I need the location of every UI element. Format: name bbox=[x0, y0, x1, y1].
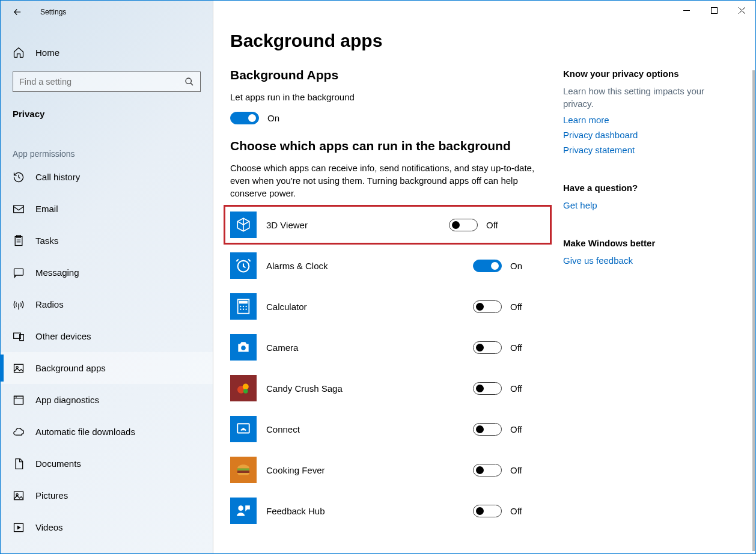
svg-rect-13 bbox=[14, 396, 23, 404]
home-nav[interactable]: Home bbox=[1, 40, 213, 64]
document-icon bbox=[13, 458, 25, 470]
link-get-help[interactable]: Get help bbox=[563, 199, 731, 212]
app-name-label: Cooking Fever bbox=[266, 465, 463, 475]
burger-icon bbox=[230, 457, 257, 483]
app-toggle[interactable] bbox=[473, 382, 502, 395]
back-button[interactable] bbox=[7, 1, 28, 23]
app-name-label: Connect bbox=[266, 424, 463, 434]
app-toggle-label: Off bbox=[510, 424, 522, 434]
app-row-feedback-hub: Feedback Hub Off bbox=[230, 498, 545, 524]
app-toggle-label: Off bbox=[510, 506, 522, 516]
app-toggle-label: On bbox=[510, 261, 522, 271]
master-toggle-label: On bbox=[267, 113, 279, 123]
svg-point-26 bbox=[241, 345, 246, 350]
sidebar-item-documents[interactable]: Documents bbox=[1, 448, 213, 479]
svg-point-20 bbox=[240, 306, 241, 307]
sidebar-item-messaging[interactable]: Messaging bbox=[1, 257, 213, 288]
sidebar-item-email[interactable]: Email bbox=[1, 193, 213, 225]
alarm-icon bbox=[230, 252, 257, 279]
app-toggle[interactable] bbox=[473, 423, 502, 436]
mail-icon bbox=[13, 203, 25, 215]
app-toggle[interactable] bbox=[449, 219, 478, 231]
sidebar-item-label: Automatic file downloads bbox=[35, 427, 135, 437]
app-name-label: Candy Crush Saga bbox=[266, 383, 463, 394]
section-heading-choose-apps: Choose which apps can run in the backgro… bbox=[230, 139, 545, 153]
section-label: App permissions bbox=[1, 125, 213, 161]
link-give-feedback[interactable]: Give us feedback bbox=[563, 254, 731, 267]
sidebar-item-videos[interactable]: Videos bbox=[1, 511, 213, 543]
cube-icon bbox=[230, 212, 257, 238]
sidebar-item-radios[interactable]: Radios bbox=[1, 288, 213, 320]
app-toggle-label: Off bbox=[510, 383, 522, 394]
app-name-label: 3D Viewer bbox=[266, 220, 439, 230]
svg-rect-35 bbox=[711, 7, 717, 13]
app-toggle-label: Off bbox=[510, 465, 522, 475]
search-input[interactable] bbox=[19, 77, 184, 87]
privacy-options-desc: Learn how this setting impacts your priv… bbox=[563, 85, 731, 110]
page-title: Background apps bbox=[230, 31, 545, 51]
history-icon bbox=[13, 171, 25, 183]
app-row-candy-crush-saga: Candy Crush Saga Off bbox=[230, 375, 545, 401]
scrollbar[interactable] bbox=[752, 70, 755, 551]
chat-icon bbox=[13, 267, 25, 279]
svg-rect-12 bbox=[14, 396, 23, 404]
sidebar-item-label: Messaging bbox=[35, 267, 79, 278]
sidebar-item-pictures[interactable]: Pictures bbox=[1, 479, 213, 511]
svg-rect-10 bbox=[14, 364, 23, 372]
svg-rect-19 bbox=[239, 301, 248, 304]
section-heading-background-apps: Background Apps bbox=[230, 68, 545, 82]
app-toggle[interactable] bbox=[473, 505, 502, 517]
app-row-3d-viewer: 3D Viewer Off bbox=[230, 212, 545, 238]
sidebar-item-background-apps[interactable]: Background apps bbox=[1, 352, 213, 384]
sidebar-item-label: Videos bbox=[35, 522, 63, 532]
app-toggle[interactable] bbox=[473, 464, 502, 476]
link-learn-more[interactable]: Learn more bbox=[563, 114, 731, 126]
app-toggle[interactable] bbox=[473, 300, 502, 313]
back-arrow-icon bbox=[12, 7, 23, 17]
app-toggle-label: Off bbox=[510, 342, 522, 353]
video-icon bbox=[13, 522, 25, 534]
sidebar-item-label: Email bbox=[35, 204, 58, 214]
clipboard-icon bbox=[13, 235, 25, 247]
master-toggle[interactable] bbox=[230, 112, 259, 124]
cast-icon bbox=[230, 416, 257, 442]
svg-point-24 bbox=[243, 309, 244, 310]
sidebar-item-label: Call history bbox=[35, 172, 80, 182]
calculator-icon bbox=[230, 293, 257, 320]
app-toggle[interactable] bbox=[473, 341, 502, 354]
window-title: Settings bbox=[40, 8, 66, 16]
app-name-label: Alarms & Clock bbox=[266, 261, 463, 271]
svg-rect-1 bbox=[14, 205, 24, 213]
link-privacy-dashboard[interactable]: Privacy dashboard bbox=[563, 129, 731, 141]
app-name-label: Feedback Hub bbox=[266, 506, 463, 516]
right-sidebar: Know your privacy options Learn how this… bbox=[563, 31, 731, 553]
link-privacy-statement[interactable]: Privacy statement bbox=[563, 144, 731, 156]
app-row-connect: Connect Off bbox=[230, 416, 545, 442]
search-box[interactable] bbox=[13, 72, 201, 92]
maximize-button[interactable] bbox=[700, 1, 728, 20]
sidebar-item-call-history[interactable]: Call history bbox=[1, 161, 213, 193]
svg-rect-6 bbox=[14, 269, 23, 275]
sidebar-item-label: Tasks bbox=[35, 236, 58, 246]
devices-icon bbox=[13, 330, 25, 342]
sidebar-item-tasks[interactable]: Tasks bbox=[1, 225, 213, 257]
search-icon bbox=[184, 77, 194, 87]
camera-icon bbox=[230, 334, 257, 361]
sidebar: Settings Home Privacy App permissions Ca… bbox=[1, 1, 213, 553]
close-button[interactable] bbox=[728, 1, 755, 20]
svg-point-22 bbox=[246, 306, 247, 307]
sidebar-item-label: Radios bbox=[35, 299, 64, 309]
antenna-icon bbox=[13, 299, 25, 311]
picture-icon bbox=[13, 362, 25, 374]
svg-point-23 bbox=[240, 309, 241, 310]
privacy-options-heading: Know your privacy options bbox=[563, 68, 731, 79]
svg-point-21 bbox=[243, 306, 244, 307]
sidebar-item-automatic-file-downloads[interactable]: Automatic file downloads bbox=[1, 416, 213, 448]
minimize-button[interactable] bbox=[672, 1, 700, 20]
sidebar-item-other-devices[interactable]: Other devices bbox=[1, 320, 213, 352]
sidebar-item-app-diagnostics[interactable]: App diagnostics bbox=[1, 384, 213, 416]
app-toggle[interactable] bbox=[473, 260, 502, 272]
candy-icon bbox=[230, 375, 257, 401]
app-toggle-label: Off bbox=[486, 220, 498, 230]
app-toggle-label: Off bbox=[510, 302, 522, 312]
